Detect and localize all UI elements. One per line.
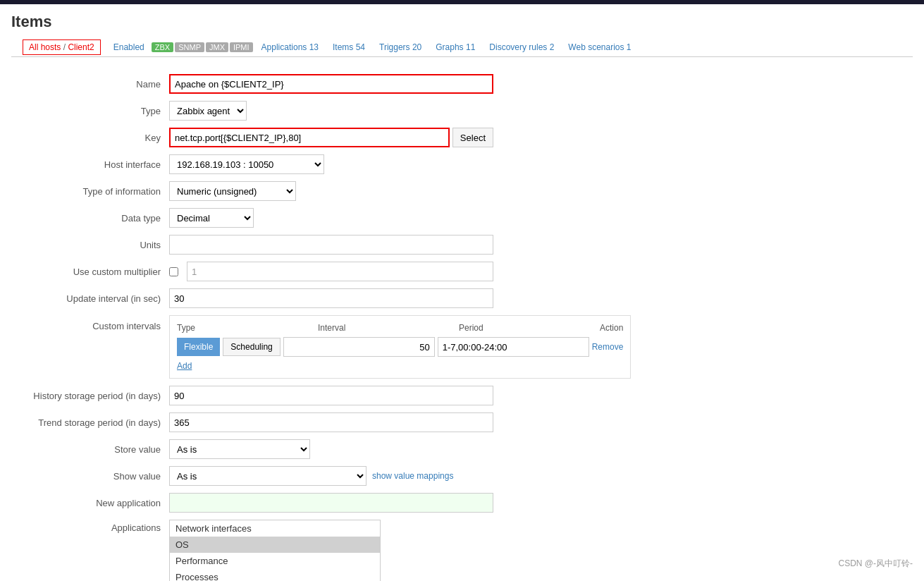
data-type-label: Data type bbox=[14, 213, 169, 224]
new-application-row: New application bbox=[14, 493, 663, 513]
update-interval-row: Update interval (in sec) bbox=[14, 288, 663, 308]
select-button[interactable]: Select bbox=[452, 128, 493, 147]
update-interval-label: Update interval (in sec) bbox=[14, 293, 169, 304]
app-item-os[interactable]: OS bbox=[170, 537, 380, 553]
name-row: Name bbox=[14, 74, 663, 94]
type-control: Zabbix agent bbox=[169, 101, 493, 121]
key-control: Select bbox=[169, 128, 493, 147]
units-label: Units bbox=[14, 240, 169, 250]
ci-headers: Type Interval Period Action bbox=[177, 323, 623, 333]
ci-add-link[interactable]: Add bbox=[177, 361, 623, 371]
tab-items[interactable]: Items 54 bbox=[326, 38, 372, 56]
page-title: Items bbox=[11, 13, 913, 31]
watermark: CSDN @-风中叮铃- bbox=[838, 558, 913, 570]
tab-web-scenarios[interactable]: Web scenarios 1 bbox=[561, 38, 638, 56]
type-of-info-control: Numeric (unsigned) bbox=[169, 181, 493, 201]
zbx-badge[interactable]: ZBX bbox=[152, 42, 173, 52]
applications-list[interactable]: Network interfaces OS Performance Proces… bbox=[169, 520, 381, 581]
type-select[interactable]: Zabbix agent bbox=[169, 101, 247, 121]
history-label: History storage period (in days) bbox=[14, 391, 169, 401]
show-value-select[interactable]: As is bbox=[169, 466, 366, 486]
store-value-label: Store value bbox=[14, 444, 169, 455]
ci-period-header: Period bbox=[459, 323, 600, 333]
new-application-label: New application bbox=[14, 498, 169, 508]
name-input[interactable] bbox=[169, 74, 493, 94]
applications-row: Applications Network interfaces OS Perfo… bbox=[14, 520, 663, 581]
item-form: Name Type Zabbix agent Key Select Host i… bbox=[0, 63, 677, 581]
tab-graphs[interactable]: Graphs 11 bbox=[429, 38, 482, 56]
name-label: Name bbox=[14, 79, 169, 90]
flexible-button[interactable]: Flexible bbox=[177, 338, 220, 356]
app-item-performance[interactable]: Performance bbox=[170, 553, 380, 569]
ci-type-header: Type bbox=[177, 323, 318, 333]
name-control bbox=[169, 74, 493, 94]
ci-period-input[interactable] bbox=[438, 337, 589, 357]
scheduling-button[interactable]: Scheduling bbox=[223, 338, 280, 356]
store-value-row: Store value As is Delta (speed per secon… bbox=[14, 439, 663, 459]
ci-remove-link[interactable]: Remove bbox=[592, 342, 624, 352]
update-interval-control bbox=[169, 288, 493, 308]
history-control bbox=[169, 386, 493, 405]
units-row: Units bbox=[14, 235, 663, 255]
new-application-input[interactable] bbox=[169, 493, 493, 513]
key-row: Key Select bbox=[14, 128, 663, 147]
app-item-network-interfaces[interactable]: Network interfaces bbox=[170, 520, 380, 537]
key-label: Key bbox=[14, 133, 169, 143]
type-of-info-select[interactable]: Numeric (unsigned) bbox=[169, 181, 296, 201]
tab-applications[interactable]: Applications 13 bbox=[254, 38, 326, 56]
breadcrumb-separator: / bbox=[61, 42, 68, 52]
show-value-control: As is show value mappings bbox=[169, 466, 493, 486]
jmx-badge[interactable]: JMX bbox=[206, 42, 228, 52]
trend-label: Trend storage period (in days) bbox=[14, 417, 169, 428]
show-value-inner: As is show value mappings bbox=[169, 466, 493, 486]
ci-interval-input[interactable] bbox=[283, 337, 435, 357]
all-hosts-link[interactable]: All hosts bbox=[29, 42, 61, 52]
multiplier-label: Use custom multiplier bbox=[14, 267, 169, 277]
tab-discovery-rules[interactable]: Discovery rules 2 bbox=[482, 38, 561, 56]
app-item-processes[interactable]: Processes bbox=[170, 569, 380, 581]
data-type-select[interactable]: Decimal bbox=[169, 208, 254, 228]
data-type-control: Decimal bbox=[169, 208, 493, 228]
show-value-row: Show value As is show value mappings bbox=[14, 466, 663, 486]
trend-row: Trend storage period (in days) bbox=[14, 412, 663, 432]
host-interface-control: 192.168.19.103 : 10050 bbox=[169, 154, 493, 174]
multiplier-checkbox[interactable] bbox=[169, 267, 178, 276]
ci-interval-header: Interval bbox=[318, 323, 459, 333]
key-input[interactable] bbox=[169, 128, 450, 147]
custom-intervals-row: Custom intervals Type Interval Period Ac… bbox=[14, 315, 663, 379]
host-interface-select[interactable]: 192.168.19.103 : 10050 bbox=[169, 154, 324, 174]
history-row: History storage period (in days) bbox=[14, 386, 663, 405]
ci-action-header: Action bbox=[600, 323, 623, 333]
data-type-row: Data type Decimal bbox=[14, 208, 663, 228]
navigation-tabs: All hosts / Client2 Enabled ZBX SNMP JMX… bbox=[11, 38, 913, 57]
tab-triggers[interactable]: Triggers 20 bbox=[372, 38, 429, 56]
units-control bbox=[169, 235, 493, 255]
breadcrumb[interactable]: All hosts / Client2 bbox=[23, 39, 101, 55]
ipmi-badge[interactable]: IPMI bbox=[230, 42, 253, 52]
host-interface-label: Host interface bbox=[14, 159, 169, 170]
store-value-select[interactable]: As is Delta (speed per second) Delta (si… bbox=[169, 439, 310, 459]
new-application-control bbox=[169, 493, 493, 513]
history-input[interactable] bbox=[169, 386, 493, 405]
applications-list-container: Network interfaces OS Performance Proces… bbox=[169, 520, 381, 581]
type-of-info-row: Type of information Numeric (unsigned) bbox=[14, 181, 663, 201]
show-value-label: Show value bbox=[14, 471, 169, 482]
type-of-info-label: Type of information bbox=[14, 186, 169, 197]
applications-label: Applications bbox=[14, 520, 169, 533]
ci-row-1: Flexible Scheduling Remove bbox=[177, 337, 623, 357]
current-host-link[interactable]: Client2 bbox=[68, 42, 94, 52]
multiplier-control bbox=[169, 262, 493, 281]
show-value-mappings-link[interactable]: show value mappings bbox=[372, 471, 453, 481]
key-input-row: Select bbox=[169, 128, 493, 147]
type-label: Type bbox=[14, 106, 169, 116]
units-input[interactable] bbox=[169, 235, 493, 255]
store-value-control: As is Delta (speed per second) Delta (si… bbox=[169, 439, 493, 459]
trend-control bbox=[169, 412, 493, 432]
custom-intervals-label: Custom intervals bbox=[14, 315, 169, 331]
update-interval-input[interactable] bbox=[169, 288, 493, 308]
snmp-badge[interactable]: SNMP bbox=[175, 42, 204, 52]
enabled-status: Enabled bbox=[106, 38, 152, 56]
trend-input[interactable] bbox=[169, 412, 493, 432]
host-interface-row: Host interface 192.168.19.103 : 10050 bbox=[14, 154, 663, 174]
multiplier-value-input[interactable] bbox=[187, 262, 493, 281]
